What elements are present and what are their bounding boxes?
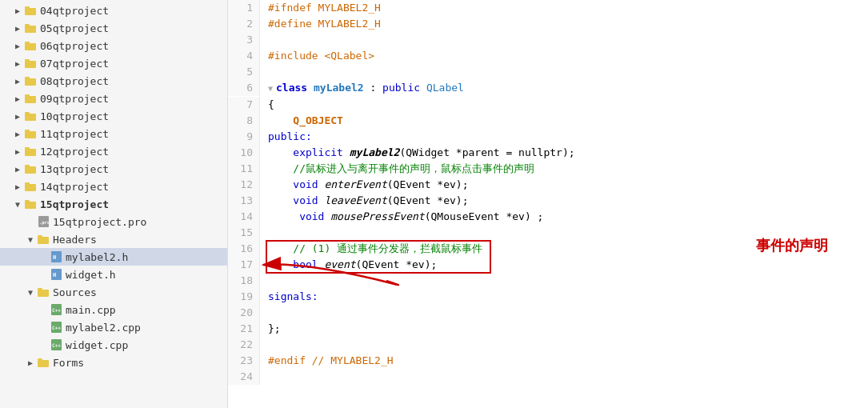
line-number: 1	[228, 0, 260, 16]
line-code[interactable]: public:	[260, 129, 868, 145]
line-number: 3	[228, 32, 260, 48]
fold-indicator[interactable]: ▼	[268, 84, 273, 93]
code-line-18: 18	[228, 273, 868, 289]
svg-rect-5	[25, 42, 30, 44]
line-code[interactable]: #include <QLabel>	[260, 48, 868, 64]
code-line-12: 12 void enterEvent(QEvent *ev);	[228, 177, 868, 193]
tree-item-widgetcpp[interactable]: C++widget.cpp	[0, 336, 227, 354]
tree-item-label: mylabel2.h	[66, 251, 128, 263]
tree-item-headers[interactable]: ▼Headers	[0, 230, 227, 248]
svg-rect-8	[25, 78, 36, 86]
tree-item-mylabel2cpp[interactable]: C++mylabel2.cpp	[0, 318, 227, 336]
tree-item-13qtproject[interactable]: ▶13qtproject	[0, 160, 227, 178]
code-line-17: 17 bool event(QEvent *ev);	[228, 257, 868, 273]
tree-item-07qtproject[interactable]: ▶07qtproject	[0, 54, 227, 72]
line-code[interactable]: #endif // MYLABEL2_H	[260, 353, 868, 369]
line-number: 24	[228, 369, 260, 385]
line-code[interactable]: void mousePressEvent(QMouseEvent *ev) ;	[260, 209, 868, 225]
code-line-9: 9public:	[228, 129, 868, 145]
line-number: 12	[228, 177, 260, 193]
svg-rect-15	[25, 130, 30, 132]
tree-item-09qtproject[interactable]: ▶09qtproject	[0, 90, 227, 107]
tree-item-label: 05qtproject	[40, 22, 109, 34]
line-code[interactable]: {	[260, 97, 868, 113]
svg-rect-27	[38, 235, 42, 238]
tree-item-15qtproject[interactable]: ▼15qtproject	[0, 195, 227, 213]
editor-area: 1#ifndef MYLABEL2_H2#define MYLABEL2_H34…	[228, 0, 868, 408]
tree-item-widgeth[interactable]: Hwidget.h	[0, 266, 227, 283]
svg-rect-17	[25, 147, 30, 150]
tree-item-sources[interactable]: ▼Sources	[0, 283, 227, 301]
tree-item-10qtproject[interactable]: ▶10qtproject	[0, 107, 227, 125]
svg-rect-23	[25, 200, 30, 202]
chevron-icon: ▶	[13, 58, 22, 68]
file-icon	[24, 198, 37, 210]
line-number: 4	[228, 48, 260, 64]
line-code[interactable]: #ifndef MYLABEL2_H	[260, 0, 868, 16]
tree-item-label: main.cpp	[66, 304, 116, 316]
svg-text:C++: C++	[52, 325, 61, 330]
line-number: 13	[228, 193, 260, 209]
tree-item-forms[interactable]: ▶Forms	[0, 354, 227, 371]
file-icon: H	[50, 268, 62, 281]
line-code[interactable]: Q_OBJECT	[260, 113, 868, 129]
chevron-icon: ▶	[26, 358, 35, 367]
svg-text:C++: C++	[52, 307, 61, 313]
tree-item-05qtproject[interactable]: ▶05qtproject	[0, 19, 227, 37]
tree-item-08qtproject[interactable]: ▶08qtproject	[0, 72, 227, 90]
tree-item-label: 11qtproject	[40, 128, 109, 140]
tree-item-label: Headers	[53, 234, 97, 246]
chevron-icon: ▶	[13, 111, 22, 121]
svg-rect-7	[25, 59, 30, 62]
line-number: 23	[228, 353, 260, 369]
code-line-23: 23#endif // MYLABEL2_H	[228, 353, 868, 369]
tree-item-14qtproject[interactable]: ▶14qtproject	[0, 178, 227, 195]
svg-rect-21	[25, 182, 30, 185]
tree-item-mylabel2h[interactable]: Hmylabel2.h	[0, 248, 227, 266]
tree-item-label: Sources	[53, 286, 97, 298]
tree-item-11qtproject[interactable]: ▶11qtproject	[0, 125, 227, 142]
line-number: 15	[228, 225, 260, 241]
file-icon	[24, 22, 37, 34]
tree-item-12qtproject[interactable]: ▶12qtproject	[0, 142, 227, 160]
line-code[interactable]: bool event(QEvent *ev);	[260, 257, 868, 273]
code-line-20: 20	[228, 305, 868, 321]
line-code[interactable]: };	[260, 321, 868, 337]
svg-rect-1	[25, 6, 30, 9]
line-code[interactable]: #define MYLABEL2_H	[260, 16, 868, 32]
line-number: 7	[228, 97, 260, 113]
tree-item-label: 08qtproject	[40, 75, 109, 87]
file-icon: C++	[50, 338, 62, 351]
tree-item-maincpp[interactable]: C++main.cpp	[0, 301, 227, 318]
tree-item-label: 15qtproject	[40, 198, 109, 210]
line-number: 8	[228, 113, 260, 129]
tree-item-label: Forms	[53, 357, 84, 369]
tree-item-04qtproject[interactable]: ▶04qtproject	[0, 2, 227, 19]
line-code[interactable]: //鼠标进入与离开事件的声明，鼠标点击事件的声明	[260, 161, 868, 177]
file-icon	[24, 74, 37, 87]
code-line-5: 5	[228, 64, 868, 80]
line-code[interactable]: void enterEvent(QEvent *ev);	[260, 177, 868, 193]
tree-item-06qtproject[interactable]: ▶06qtproject	[0, 37, 227, 54]
tree-item-label: 13qtproject	[40, 163, 109, 175]
chinese-annotation: 事件的声明	[756, 236, 828, 255]
tree-item-label: widget.h	[66, 269, 116, 281]
file-icon	[24, 180, 37, 193]
chevron-icon: ▶	[13, 94, 22, 103]
svg-text:.pro: .pro	[39, 220, 49, 226]
svg-rect-14	[25, 131, 36, 138]
line-code[interactable]: void leaveEvent(QEvent *ev);	[260, 193, 868, 209]
line-code[interactable]: ▼class myLabel2 : public QLabel	[260, 80, 868, 97]
file-icon	[24, 127, 37, 140]
code-line-14: 14 void mousePressEvent(QMouseEvent *ev)…	[228, 209, 868, 225]
file-icon: H	[50, 250, 62, 263]
line-number: 14	[228, 209, 260, 225]
line-code[interactable]: signals:	[260, 289, 868, 305]
code-line-3: 3	[228, 32, 868, 48]
chevron-icon: ▼	[13, 199, 22, 209]
file-icon	[24, 4, 37, 17]
code-line-22: 22	[228, 337, 868, 353]
tree-item-15qtproject-pro[interactable]: .pro15qtproject.pro	[0, 213, 227, 230]
line-code[interactable]: explicit myLabel2(QWidget *parent = null…	[260, 145, 868, 161]
svg-rect-16	[25, 149, 36, 156]
